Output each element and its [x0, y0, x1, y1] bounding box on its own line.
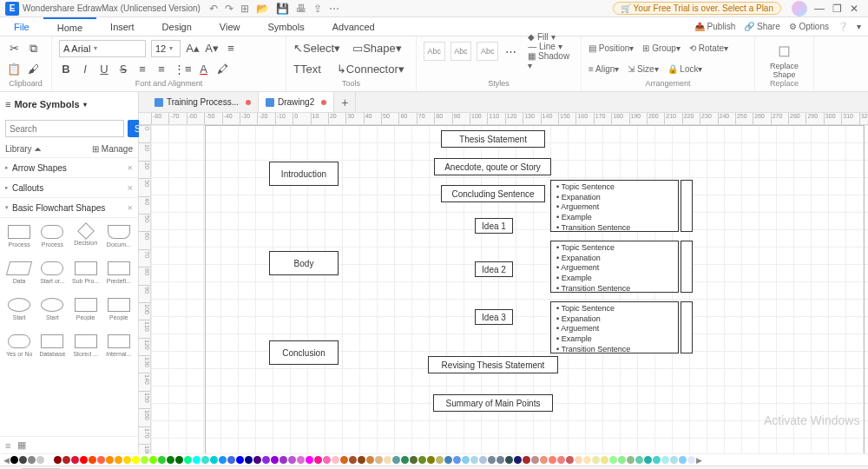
- color-swatch[interactable]: [106, 456, 114, 464]
- color-swatch[interactable]: [523, 456, 530, 464]
- color-swatch[interactable]: [436, 456, 444, 464]
- color-swatch[interactable]: [253, 456, 261, 464]
- strike-icon[interactable]: S̶: [116, 61, 130, 76]
- color-swatch[interactable]: [601, 456, 608, 464]
- color-swatch[interactable]: [297, 456, 305, 464]
- size-button[interactable]: ⇲ Size▾: [628, 64, 658, 74]
- add-doc-tab[interactable]: +: [334, 92, 356, 112]
- shape-predefi-[interactable]: Predefi...: [103, 258, 135, 293]
- doc-tab-drawing2[interactable]: Drawing2: [259, 92, 334, 112]
- color-swatch[interactable]: [679, 456, 687, 464]
- bullets-icon[interactable]: ⋮≡: [174, 61, 192, 76]
- color-swatch[interactable]: [219, 456, 227, 464]
- color-swatch[interactable]: [384, 456, 391, 464]
- text-tool[interactable]: T Text: [293, 61, 321, 76]
- rotate-button[interactable]: ⟲ Rotate▾: [689, 43, 728, 53]
- section-arrow-shapes[interactable]: Arrow Shapes×: [0, 158, 138, 178]
- tab-file[interactable]: File: [0, 17, 43, 36]
- shadow-button[interactable]: ▦ Shadow ▾: [528, 51, 574, 70]
- node-introduction[interactable]: Introduction: [269, 162, 339, 186]
- shape-yes-or-no[interactable]: Yes or No: [3, 331, 35, 366]
- color-swatch[interactable]: [132, 456, 140, 464]
- color-swatch[interactable]: [167, 456, 174, 464]
- color-swatch[interactable]: [627, 456, 635, 464]
- options-button[interactable]: ⚙ Options: [789, 22, 829, 31]
- align-top-icon[interactable]: ≡: [224, 41, 238, 56]
- library-label[interactable]: Library ⏶: [5, 144, 43, 154]
- color-swatch[interactable]: [653, 456, 661, 464]
- cut-icon[interactable]: ✂: [7, 41, 21, 56]
- save-icon[interactable]: 💾: [276, 3, 289, 15]
- color-swatch[interactable]: [375, 456, 383, 464]
- undo-icon[interactable]: ↶: [209, 3, 218, 15]
- tab-symbols[interactable]: Symbols: [254, 17, 319, 36]
- open-icon[interactable]: 📂: [256, 3, 269, 15]
- tab-insert[interactable]: Insert: [96, 17, 148, 36]
- color-swatch[interactable]: [227, 456, 235, 464]
- node-idea2[interactable]: Idea 2: [475, 261, 513, 277]
- color-swatch[interactable]: [479, 456, 487, 464]
- node-summary[interactable]: Summary of Main Points: [433, 394, 553, 412]
- group-button[interactable]: ⊞ Group▾: [642, 43, 681, 53]
- shape-people[interactable]: People: [103, 294, 135, 329]
- shape-database[interactable]: Database: [36, 331, 68, 366]
- symbols-header[interactable]: More Symbols: [0, 92, 138, 116]
- color-swatch[interactable]: [54, 456, 62, 464]
- color-swatch[interactable]: [462, 456, 470, 464]
- node-conclusion[interactable]: Conclusion: [269, 340, 339, 365]
- color-swatch[interactable]: [45, 456, 53, 464]
- maximize-button[interactable]: ❐: [828, 3, 845, 15]
- color-swatch[interactable]: [158, 456, 166, 464]
- color-swatch[interactable]: [288, 456, 296, 464]
- help-icon[interactable]: ❔: [838, 22, 848, 31]
- shape-decision[interactable]: Decision: [70, 221, 102, 256]
- node-detail-2-side[interactable]: [681, 241, 693, 293]
- copy-icon[interactable]: ⧉: [26, 41, 40, 56]
- shape-docum-[interactable]: Docum...: [103, 221, 135, 256]
- node-detail-3[interactable]: Topic SentenceExpanationArguementExample…: [550, 301, 679, 353]
- color-swatch[interactable]: [236, 456, 244, 464]
- tab-home[interactable]: Home: [43, 17, 96, 36]
- select-tool[interactable]: ↖ Select ▾: [293, 41, 340, 56]
- publish-button[interactable]: 📤 Publish: [694, 22, 736, 31]
- shape-start[interactable]: Start: [3, 294, 35, 329]
- color-swatch[interactable]: [575, 456, 582, 464]
- color-swatch[interactable]: [19, 456, 27, 464]
- format-painter-icon[interactable]: 🖌: [26, 61, 40, 76]
- color-swatch[interactable]: [175, 456, 183, 464]
- line-button[interactable]: — Line ▾: [528, 42, 574, 51]
- italic-icon[interactable]: I: [78, 61, 92, 76]
- new-icon[interactable]: ⊞: [240, 3, 249, 15]
- user-avatar[interactable]: [792, 1, 807, 17]
- minimize-button[interactable]: —: [811, 3, 828, 15]
- color-swatch[interactable]: [618, 456, 626, 464]
- section-callouts[interactable]: Callouts×: [0, 178, 138, 198]
- color-swatch[interactable]: [496, 456, 504, 464]
- color-swatch[interactable]: [470, 456, 478, 464]
- increase-font-icon[interactable]: A▴: [186, 41, 200, 56]
- node-detail-2[interactable]: Topic SentenceExpanationArguementExample…: [550, 241, 679, 293]
- font-name-select[interactable]: AArial: [59, 40, 146, 57]
- node-detail-1[interactable]: Topic SentenceExpanationArguementExample…: [550, 180, 679, 232]
- color-swatch[interactable]: [271, 456, 279, 464]
- color-swatch[interactable]: [418, 456, 426, 464]
- color-swatch[interactable]: [687, 456, 695, 464]
- color-swatch[interactable]: [557, 456, 565, 464]
- align-button[interactable]: ≡ Align▾: [589, 64, 619, 74]
- color-swatch[interactable]: [401, 456, 409, 464]
- connector-tool[interactable]: ↳ Connector ▾: [337, 61, 404, 76]
- color-swatch[interactable]: [149, 456, 157, 464]
- align-left-icon[interactable]: ≡: [135, 61, 149, 76]
- color-swatch[interactable]: [635, 456, 643, 464]
- fill-button[interactable]: ◆ Fill ▾: [528, 32, 574, 42]
- color-swatch[interactable]: [583, 456, 591, 464]
- style-preset-1[interactable]: Abc: [424, 42, 445, 61]
- bold-icon[interactable]: B: [59, 61, 73, 76]
- paste-icon[interactable]: 📋: [7, 61, 21, 76]
- color-swatch[interactable]: [71, 456, 79, 464]
- tab-view[interactable]: View: [206, 17, 254, 36]
- color-swatch[interactable]: [366, 456, 374, 464]
- share-button[interactable]: 🔗 Share: [744, 22, 779, 31]
- color-swatch[interactable]: [514, 456, 522, 464]
- panel-view-list-icon[interactable]: ≡: [5, 440, 10, 451]
